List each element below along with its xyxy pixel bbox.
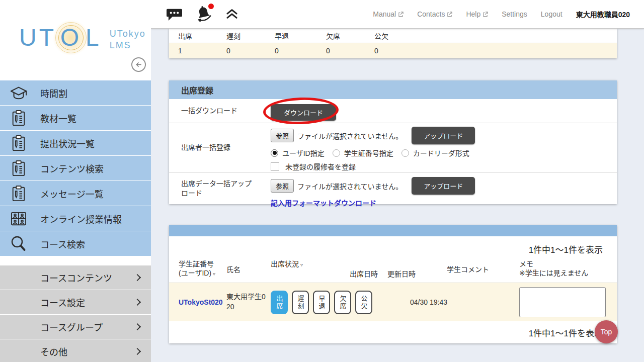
bulk-download-label: 一括ダウンロード <box>181 99 262 123</box>
status-button-late[interactable]: 遅刻 <box>292 291 309 314</box>
attendance-data-upload-label: 出席データ一括アップロード <box>181 172 257 204</box>
utol-logo: UTOL UTokyo LMS <box>19 23 146 52</box>
summary-header-excused: 公欠 <box>374 31 388 41</box>
summary-header-present: 出席 <box>178 31 192 41</box>
sidebar-item-message-list[interactable]: メッセージ一覧 <box>0 181 151 206</box>
summary-header-late: 遅刻 <box>226 31 240 41</box>
id-type-radio-group: ユーザID指定 学生証番号指定 カードリーダ形式 <box>271 148 617 158</box>
column-header-attend-time: 出席日時 <box>350 269 378 279</box>
attendance-data-upload-row: 出席データ一括アップロード 参照 ファイルが選択されていません。 アップロード … <box>169 172 617 204</box>
format-download-link[interactable]: 記入用フォーマットダウンロード <box>271 198 376 208</box>
sidebar-item-online-class-info[interactable]: オンライン授業情報 <box>0 206 151 231</box>
summary-value-late: 0 <box>226 47 230 55</box>
summary-header-absent: 欠席 <box>326 31 340 41</box>
logo-area: UTOL UTokyo LMS <box>0 0 151 80</box>
radio-unselected-icon[interactable] <box>333 149 340 157</box>
radio-card-reader[interactable]: カードリーダ形式 <box>401 148 469 158</box>
student-attendance-table: 1件中1〜1件を表示 学生証番号 (ユーザID)▿ 氏名 出席状況▿ 出席日時 … <box>169 225 617 343</box>
table-header-area: 1件中1〜1件を表示 学生証番号 (ユーザID)▿ 氏名 出席状況▿ 出席日時 … <box>169 236 617 283</box>
online-class-grid-icon <box>8 209 29 229</box>
checkbox-unchecked[interactable] <box>271 162 279 171</box>
clipboard-icon <box>8 184 29 204</box>
sidebar-item-others[interactable]: その他 <box>0 339 151 362</box>
graduation-cap-icon <box>8 83 29 103</box>
update-datetime: 04/30 19:43 <box>410 298 447 306</box>
sidebar-item-course-search[interactable]: コース検索 <box>0 231 151 256</box>
download-button[interactable]: ダウンロード <box>271 104 336 121</box>
logo-subtitle: UTokyo LMS <box>110 28 146 51</box>
current-user-name: 東大用教職員020 <box>576 9 630 19</box>
sidebar-item-course-contents[interactable]: コースコンテンツ <box>0 265 151 290</box>
sidebar: UTOL UTokyo LMS 時間割 教材一覧 <box>0 0 151 362</box>
contacts-link[interactable]: Contacts <box>417 10 452 18</box>
bell-icon[interactable] <box>195 5 213 23</box>
table-footer: 1件中1〜1件を表示 <box>169 321 617 343</box>
external-link-icon <box>447 12 452 17</box>
student-name: 東大用学生020 <box>226 292 269 312</box>
clipboard-icon <box>8 158 29 178</box>
sidebar-item-course-settings[interactable]: コース設定 <box>0 290 151 314</box>
radio-unselected-icon[interactable] <box>401 149 409 157</box>
record-count-top: 1件中1〜1件を表示 <box>529 243 603 255</box>
radio-user-id[interactable]: ユーザID指定 <box>271 148 325 158</box>
register-unregistered-option: 未登録の履修者を登録 <box>271 161 617 171</box>
attendee-bulk-register-label: 出席者一括登録 <box>181 123 262 172</box>
status-button-group: 出席 遅刻 早退 欠席 公欠 <box>271 291 372 314</box>
chevron-right-icon <box>134 323 141 330</box>
file-selection-status: ファイルが選択されていません。 <box>297 181 403 191</box>
sort-indicator-icon: ▿ <box>213 271 215 277</box>
column-header-student-comment: 学生コメント <box>447 265 489 274</box>
file-selection-status: ファイルが選択されていません。 <box>297 131 403 141</box>
sidebar-item-submission-status[interactable]: 提出状況一覧 <box>0 131 151 155</box>
upload-button[interactable]: アップロード <box>412 177 475 195</box>
sidebar-collapse-button[interactable] <box>131 57 146 72</box>
summary-value-excused: 0 <box>374 47 378 55</box>
topbar-icons <box>166 5 239 23</box>
scroll-to-top-button[interactable]: Top <box>595 320 618 343</box>
double-chevron-up-icon[interactable] <box>225 9 239 20</box>
bulk-download-row: 一括ダウンロード ダウンロード <box>169 99 617 123</box>
help-link[interactable]: Help <box>466 10 488 18</box>
clipboard-icon <box>8 108 29 128</box>
column-header-name: 氏名 <box>226 265 240 274</box>
summary-value-absent: 0 <box>326 47 330 55</box>
upload-button[interactable]: アップロード <box>412 127 475 144</box>
summary-value-present: 1 <box>178 47 182 55</box>
notification-badge <box>208 4 214 9</box>
table-row: UTokyoSt020 東大用学生020 出席 遅刻 早退 欠席 公欠 04/3… <box>169 283 617 321</box>
search-icon <box>8 234 29 254</box>
sidebar-item-materials[interactable]: 教材一覧 <box>0 106 151 130</box>
table-title-bar <box>169 225 617 236</box>
status-button-present[interactable]: 出席 <box>271 291 288 314</box>
status-button-absent[interactable]: 欠席 <box>334 291 351 314</box>
column-header-status[interactable]: 出席状況▿ <box>271 259 303 268</box>
external-link-icon <box>398 12 404 17</box>
logo-sun-o: O <box>56 23 86 52</box>
sidebar-item-content-search[interactable]: コンテンツ検索 <box>0 156 151 180</box>
sidebar-item-timetable[interactable]: 時間割 <box>0 80 151 105</box>
chevron-right-icon <box>134 348 141 355</box>
status-button-excused[interactable]: 公欠 <box>355 291 372 314</box>
summary-header-early-leave: 早退 <box>275 31 289 41</box>
sort-indicator-icon: ▿ <box>300 262 303 267</box>
student-id-link[interactable]: UTokyoSt020 <box>179 298 223 306</box>
summary-value-row: 1 0 0 0 0 <box>169 43 617 58</box>
chevron-right-icon <box>134 274 141 281</box>
status-button-early-leave[interactable]: 早退 <box>313 291 330 314</box>
chat-icon[interactable] <box>166 7 183 22</box>
browse-file-button[interactable]: 参照 <box>271 179 294 193</box>
manual-link[interactable]: Manual <box>373 10 404 18</box>
chevron-right-icon <box>134 299 141 306</box>
topbar: Manual Contacts Help Settings Logout 東大用… <box>151 0 644 29</box>
arrow-left-icon <box>135 61 142 68</box>
logout-link[interactable]: Logout <box>541 10 562 18</box>
column-header-student-id[interactable]: 学生証番号 (ユーザID)▿ <box>179 259 215 278</box>
radio-student-number[interactable]: 学生証番号指定 <box>333 148 393 158</box>
settings-link[interactable]: Settings <box>502 10 527 18</box>
sidebar-item-course-group[interactable]: コースグループ <box>0 315 151 339</box>
sidebar-section-gap <box>0 256 151 265</box>
memo-textarea[interactable] <box>519 287 606 317</box>
browse-file-button[interactable]: 参照 <box>271 129 294 142</box>
attendee-bulk-register-row: 出席者一括登録 参照 ファイルが選択されていません。 アップロード ユーザID指… <box>169 123 617 172</box>
radio-selected-icon[interactable] <box>271 149 278 157</box>
